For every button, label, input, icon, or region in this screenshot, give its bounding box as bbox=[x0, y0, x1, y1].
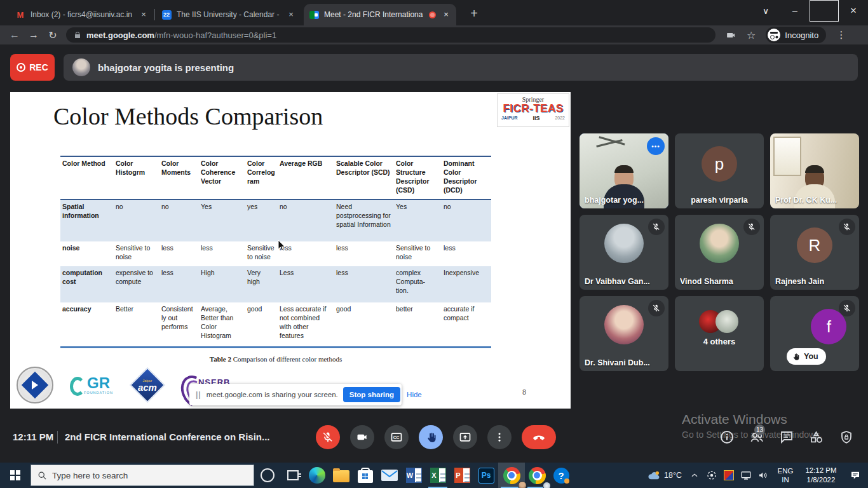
participant-tile-shivani[interactable]: Dr. Shivani Dub... bbox=[580, 296, 668, 371]
share-message: meet.google.com is sharing your screen. bbox=[207, 391, 338, 398]
taskbar-mail-icon[interactable] bbox=[377, 463, 402, 488]
gmail-icon: M bbox=[15, 10, 25, 20]
chat-icon[interactable] bbox=[779, 430, 794, 445]
address-bar[interactable]: meet.google.com/mfn-wouo-haf?authuser=0&… bbox=[66, 27, 715, 43]
tray-chevron-icon[interactable] bbox=[686, 463, 703, 488]
search-icon bbox=[37, 471, 47, 480]
meeting-clock: 12:11 PM bbox=[13, 431, 53, 442]
tab-close-icon[interactable]: × bbox=[139, 10, 149, 20]
mic-mute-button[interactable] bbox=[316, 425, 340, 449]
cell: Less accurate if not combined with other… bbox=[278, 302, 334, 347]
close-window-button[interactable]: × bbox=[839, 0, 868, 22]
col-header: Average RGB bbox=[278, 156, 334, 200]
cortana-button[interactable] bbox=[254, 463, 281, 488]
weather-widget[interactable]: 18°C bbox=[643, 470, 686, 480]
cell: Better bbox=[114, 302, 159, 347]
participant-tile-vaibhav[interactable]: Dr Vaibhav Gan... bbox=[580, 215, 668, 290]
task-view-button[interactable] bbox=[281, 463, 305, 488]
tab-separator bbox=[154, 9, 155, 20]
cell: no bbox=[278, 200, 334, 241]
language-indicator[interactable]: ENG IN bbox=[771, 466, 799, 485]
profile-chevron-icon[interactable]: ∨ bbox=[751, 0, 780, 22]
browser-menu-icon[interactable]: ⋮ bbox=[835, 29, 848, 41]
new-tab-button[interactable]: + bbox=[465, 5, 483, 23]
tray-capture-icon[interactable] bbox=[703, 463, 720, 488]
slide-page-number: 8 bbox=[522, 388, 526, 396]
tray-volume-icon[interactable] bbox=[754, 463, 771, 488]
cloud-icon bbox=[647, 470, 661, 480]
taskbar-explorer-icon[interactable] bbox=[329, 463, 353, 488]
avatar-photo bbox=[604, 305, 644, 344]
reload-button[interactable]: ↻ bbox=[43, 29, 62, 41]
action-center-icon[interactable] bbox=[843, 463, 868, 488]
window-background bbox=[773, 137, 801, 176]
captions-button[interactable]: CC bbox=[384, 425, 409, 449]
meet-icon bbox=[309, 10, 319, 20]
taskbar-edge-icon[interactable] bbox=[305, 463, 329, 488]
search-input[interactable] bbox=[52, 471, 230, 480]
taskbar-chrome-active-icon[interactable] bbox=[498, 463, 525, 488]
record-icon bbox=[17, 63, 25, 72]
minimize-button[interactable]: – bbox=[780, 0, 810, 22]
tab-calendar[interactable]: 22 The IIS University - Calendar - We × bbox=[156, 4, 301, 25]
tab-gmail[interactable]: M Inbox (2) - ficrs4@iisuniv.ac.in - T × bbox=[10, 4, 154, 25]
more-options-button[interactable] bbox=[487, 425, 512, 449]
participant-tile-ck[interactable]: Prof Dr. CK Ku... bbox=[770, 133, 859, 208]
bookmark-star-icon[interactable]: ☆ bbox=[747, 29, 756, 41]
tray-network-icon[interactable] bbox=[737, 463, 754, 488]
participant-name: Dr. Shivani Dub... bbox=[585, 358, 663, 367]
maximize-button[interactable] bbox=[810, 0, 839, 22]
incognito-label: Incognito bbox=[785, 30, 818, 40]
cell: Sensitive to noise bbox=[394, 241, 442, 266]
participants-icon[interactable]: 13 bbox=[749, 430, 764, 445]
divider bbox=[57, 431, 58, 444]
hand-raise-button[interactable] bbox=[419, 425, 443, 449]
gr-foundation-logo: GR FOUNDATION bbox=[70, 376, 113, 395]
participant-tile-bhajgotar[interactable]: ••• bhajgotar yog... bbox=[580, 133, 668, 208]
windows-taskbar: W X P Ps ? 18°C bbox=[0, 463, 868, 488]
end-call-button[interactable] bbox=[522, 425, 556, 449]
cell: complex Computa- tion. bbox=[394, 266, 442, 302]
table-header-row: Color Method Color Histogrm Color Moment… bbox=[60, 156, 491, 200]
meeting-details-icon[interactable] bbox=[719, 430, 735, 445]
system-clock[interactable]: 12:12 PM 1/8/2022 bbox=[799, 466, 843, 485]
pause-sharing-icon[interactable]: || bbox=[196, 390, 201, 399]
tile-options-button[interactable]: ••• bbox=[647, 137, 665, 155]
taskbar-powerpoint-icon[interactable]: P bbox=[450, 463, 474, 488]
tab-close-icon[interactable]: × bbox=[441, 10, 451, 20]
present-screen-button[interactable] bbox=[453, 425, 477, 449]
taskbar-word-icon[interactable]: W bbox=[402, 463, 426, 488]
participant-tile-others[interactable]: 4 others bbox=[675, 296, 764, 371]
forward-button[interactable]: → bbox=[24, 29, 43, 41]
cell: less bbox=[442, 241, 491, 266]
taskbar-search[interactable] bbox=[31, 464, 254, 486]
activities-icon[interactable] bbox=[809, 430, 824, 445]
cell: less bbox=[159, 241, 199, 266]
tray-app-icon[interactable] bbox=[720, 463, 737, 488]
tab-meet-active[interactable]: Meet - 2nd FICR Internationa × bbox=[304, 4, 456, 25]
back-button[interactable]: ← bbox=[5, 29, 24, 41]
cell: no bbox=[114, 200, 159, 241]
caption-label: Table 2 bbox=[210, 355, 231, 363]
hide-toast-button[interactable]: Hide bbox=[407, 391, 422, 398]
participant-tile-vinod[interactable]: Vinod Sharma bbox=[675, 215, 764, 290]
taskbar-photoshop-icon[interactable]: Ps bbox=[474, 463, 498, 488]
participant-tile-you[interactable]: f You bbox=[770, 296, 859, 371]
comparison-table: Color Method Color Histogrm Color Moment… bbox=[60, 156, 491, 348]
participant-tile-rajnesh[interactable]: R Rajnesh Jain bbox=[770, 215, 859, 290]
start-button[interactable] bbox=[0, 463, 31, 488]
taskbar-help-icon[interactable]: ? bbox=[549, 463, 573, 488]
calendar-icon: 22 bbox=[161, 10, 172, 20]
tab-close-icon[interactable]: × bbox=[286, 10, 296, 20]
participant-tile-paresh[interactable]: p paresh virparia bbox=[675, 133, 764, 208]
mic-off-icon bbox=[839, 300, 855, 316]
taskbar-excel-icon[interactable]: X bbox=[426, 463, 450, 488]
recording-badge: REC bbox=[10, 54, 55, 81]
cell: less bbox=[159, 266, 199, 302]
camera-button[interactable] bbox=[350, 425, 374, 449]
host-controls-icon[interactable] bbox=[839, 430, 854, 445]
taskbar-store-icon[interactable] bbox=[353, 463, 377, 488]
cast-camera-icon[interactable] bbox=[726, 30, 736, 41]
stop-sharing-button[interactable]: Stop sharing bbox=[343, 387, 400, 402]
taskbar-chrome-second-icon[interactable] bbox=[525, 463, 549, 488]
